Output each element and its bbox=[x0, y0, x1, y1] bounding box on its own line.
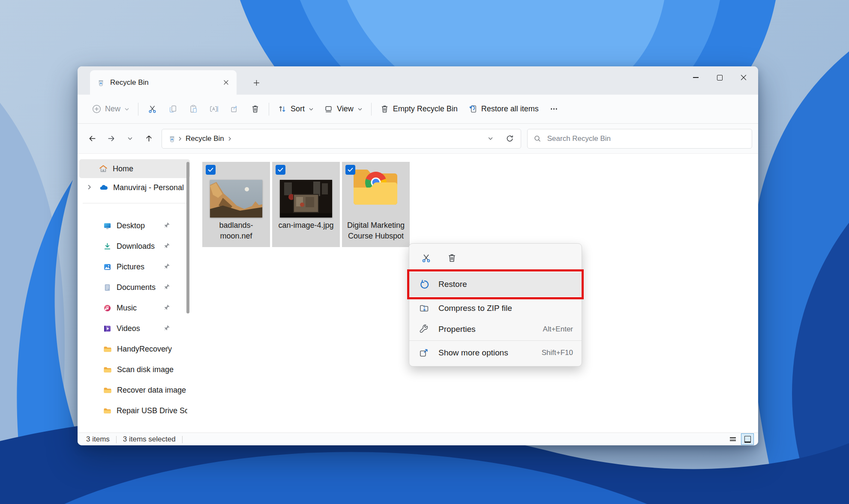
menu-item-properties[interactable]: Properties Alt+Enter bbox=[409, 319, 582, 340]
sidebar-item-repair-usb-drive[interactable]: Repair USB Drive Sof bbox=[82, 400, 187, 421]
selection-checkbox[interactable] bbox=[276, 165, 285, 175]
sidebar-item-onedrive[interactable]: Manuviraj - Personal bbox=[79, 178, 190, 197]
sidebar-item-recover-data-image[interactable]: Recover data image bbox=[82, 380, 187, 400]
pictures-icon bbox=[103, 263, 111, 271]
selection-checkbox[interactable] bbox=[206, 165, 216, 175]
new-button-label: New bbox=[105, 104, 120, 113]
breadcrumb-recycle-bin[interactable]: Recycle Bin bbox=[186, 134, 224, 143]
check-icon bbox=[278, 167, 283, 172]
see-more-button[interactable] bbox=[544, 100, 564, 119]
compress-zip-icon bbox=[419, 304, 429, 313]
menu-separator bbox=[409, 340, 582, 341]
tab-recycle-bin[interactable]: Recycle Bin bbox=[90, 70, 237, 95]
context-menu-quick-actions bbox=[409, 246, 582, 270]
sidebar-item-videos[interactable]: Videos bbox=[82, 318, 187, 339]
details-view-button[interactable] bbox=[726, 433, 739, 445]
desktop-wallpaper: Recycle Bin bbox=[0, 0, 849, 504]
menu-item-compress-zip[interactable]: Compress to ZIP file bbox=[409, 298, 582, 319]
empty-recycle-bin-button[interactable]: Empty Recycle Bin bbox=[375, 100, 463, 119]
address-dropdown-button[interactable] bbox=[484, 132, 497, 146]
menu-item-restore[interactable]: Restore bbox=[409, 272, 582, 296]
paste-button[interactable] bbox=[183, 100, 204, 119]
minimize-icon bbox=[693, 77, 699, 78]
large-thumbnails-view-button[interactable] bbox=[741, 433, 754, 445]
delete-menu-button[interactable] bbox=[443, 249, 461, 266]
tab-close-button[interactable] bbox=[219, 76, 232, 89]
file-item-badlands-moon[interactable]: badlands-moon.nef bbox=[202, 162, 270, 247]
check-icon bbox=[348, 167, 353, 172]
sidebar-item-downloads[interactable]: Downloads bbox=[82, 236, 187, 256]
menu-item-label: Compress to ZIP file bbox=[438, 304, 512, 313]
file-thumbnail bbox=[280, 180, 332, 218]
view-icon bbox=[324, 104, 333, 113]
context-menu: Restore Compress to ZIP file bbox=[409, 243, 582, 367]
check-icon bbox=[208, 167, 213, 172]
maximize-button[interactable] bbox=[708, 66, 732, 89]
pin-icon bbox=[164, 325, 170, 331]
sidebar-divider bbox=[83, 203, 186, 203]
file-name: badlands-moon.nef bbox=[204, 220, 268, 242]
sidebar-item-scan-disk-image[interactable]: Scan disk image bbox=[82, 359, 187, 380]
restore-all-items-button[interactable]: Restore all items bbox=[463, 100, 544, 119]
sort-button[interactable]: Sort bbox=[273, 100, 319, 119]
new-button[interactable]: New bbox=[87, 100, 135, 119]
status-bar: 3 items 3 items selected bbox=[78, 432, 758, 445]
sidebar-item-handyrecovery[interactable]: HandyRecovery bbox=[82, 339, 187, 359]
minimize-button[interactable] bbox=[684, 66, 708, 89]
up-button[interactable] bbox=[139, 130, 158, 147]
new-tab-button[interactable] bbox=[248, 74, 265, 91]
delete-button[interactable] bbox=[245, 100, 265, 119]
plus-circle-icon bbox=[92, 104, 101, 113]
close-button[interactable] bbox=[732, 66, 756, 89]
view-button[interactable]: View bbox=[319, 100, 368, 119]
delete-icon bbox=[251, 104, 260, 113]
pin-icon bbox=[164, 283, 170, 290]
sidebar-item-label: Pictures bbox=[117, 262, 144, 271]
menu-item-show-more-options[interactable]: Show more options Shift+F10 bbox=[409, 342, 582, 364]
copy-button[interactable] bbox=[162, 100, 183, 119]
sidebar-item-label: Documents bbox=[117, 283, 156, 292]
search-input[interactable] bbox=[546, 134, 747, 143]
cut-icon bbox=[148, 104, 157, 113]
selection-checkbox[interactable] bbox=[345, 165, 355, 175]
address-bar[interactable]: Recycle Bin bbox=[162, 129, 521, 149]
back-button[interactable] bbox=[83, 130, 102, 147]
sidebar-item-documents[interactable]: Documents bbox=[82, 277, 187, 298]
menu-separator bbox=[409, 271, 582, 271]
sort-icon bbox=[278, 104, 287, 113]
folder-icon bbox=[103, 407, 111, 415]
chevron-right-icon[interactable] bbox=[87, 184, 92, 190]
cut-icon bbox=[421, 253, 431, 263]
sidebar-scrollbar[interactable] bbox=[186, 162, 189, 313]
sidebar-item-home[interactable]: Home bbox=[79, 159, 190, 178]
desktop-icon bbox=[103, 222, 111, 230]
wrench-icon bbox=[419, 325, 429, 334]
folder-thumbnail bbox=[351, 165, 401, 208]
recent-locations-button[interactable] bbox=[120, 130, 139, 147]
close-icon bbox=[741, 75, 747, 81]
sidebar-item-music[interactable]: Music bbox=[82, 298, 187, 318]
sidebar-item-label: Recover data image bbox=[117, 386, 186, 395]
sidebar-item-pictures[interactable]: Pictures bbox=[82, 256, 187, 277]
menu-item-label: Show more options bbox=[438, 348, 508, 358]
empty-recycle-bin-label: Empty Recycle Bin bbox=[393, 104, 458, 113]
pin-icon bbox=[164, 222, 170, 228]
cut-menu-button[interactable] bbox=[417, 249, 435, 266]
toolbar-separator bbox=[371, 103, 372, 116]
recycle-bin-icon bbox=[168, 134, 176, 143]
cut-button[interactable] bbox=[142, 100, 162, 119]
file-item-can-image-4[interactable]: can-image-4.jpg bbox=[272, 162, 340, 247]
search-icon bbox=[534, 134, 541, 143]
menu-item-label: Restore bbox=[438, 280, 467, 289]
share-button[interactable] bbox=[224, 100, 245, 119]
search-box[interactable] bbox=[527, 129, 752, 149]
file-item-digital-marketing-folder[interactable]: Digital Marketing Course Hubspot bbox=[342, 162, 410, 247]
sidebar-item-desktop[interactable]: Desktop bbox=[82, 215, 187, 236]
share-icon bbox=[230, 104, 239, 113]
forward-button[interactable] bbox=[102, 130, 120, 147]
pin-icon bbox=[164, 242, 170, 249]
rename-button[interactable] bbox=[204, 100, 224, 119]
view-button-label: View bbox=[337, 104, 354, 113]
refresh-button[interactable] bbox=[503, 132, 516, 146]
sidebar-item-label: Scan disk image bbox=[117, 365, 174, 374]
